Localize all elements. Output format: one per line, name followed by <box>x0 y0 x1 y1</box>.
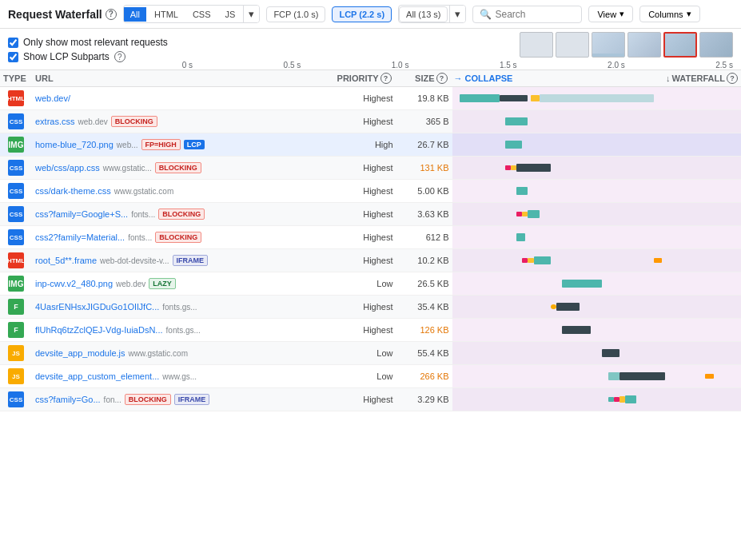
row-2-domain: web.dev <box>78 117 108 126</box>
table-header: TYPE URL PRIORITY ? SIZE ? → COLLAPSE ↓ … <box>0 70 741 87</box>
table-row: HTML web.dev/ Highest 19.8 KB <box>0 87 741 110</box>
row-4-domain: www.gstatic... <box>103 164 152 173</box>
row-7-url-main[interactable]: css2?family=Material... <box>35 232 125 242</box>
row-2-url-main[interactable]: extras.css <box>35 117 75 126</box>
filter-group: All HTML CSS JS ▾ <box>123 5 261 23</box>
row-5-url-main[interactable]: css/dark-theme.css <box>35 186 111 196</box>
thumb-6 <box>699 32 733 58</box>
row-3-url-main[interactable]: home-blue_720.png <box>35 140 114 149</box>
col-waterfall-header: → COLLAPSE ↓ WATERFALL ? <box>451 73 742 84</box>
row-1-waterfall <box>452 87 742 109</box>
fp-badge: FP=HIGH <box>141 139 181 150</box>
row-10-url: 4UasrENHsxJIGDuGo1OIlJfC... fonts.gs... <box>32 302 325 312</box>
search-input[interactable] <box>495 9 575 20</box>
title-help-icon[interactable]: ? <box>106 9 117 20</box>
row-10-domain: fonts.gs... <box>162 303 197 312</box>
row-2-size: 365 B <box>396 117 452 126</box>
row-4-url-main[interactable]: web/css/app.css <box>35 163 100 173</box>
filter-all[interactable]: All <box>124 7 146 22</box>
row-5-domain: www.gstatic.com <box>114 187 173 196</box>
lcp-help-icon[interactable]: ? <box>114 51 125 62</box>
row-12-url: devsite_app_module.js www.gstatic.com <box>32 348 325 358</box>
row-14-url-main[interactable]: css?family=Go... <box>35 395 101 404</box>
row-1-priority: Highest <box>325 93 396 103</box>
row-14-priority: Highest <box>325 395 396 404</box>
thumb-2 <box>556 32 589 58</box>
row-12-size: 55.4 KB <box>396 348 452 358</box>
row-6-domain: fonts... <box>131 210 155 219</box>
row-8-priority: Highest <box>325 256 396 265</box>
row-11-url-main[interactable]: flUhRq6tzZclQEJ-Vdg-IuiaDsN... <box>35 325 163 335</box>
css-icon: CSS <box>8 113 24 129</box>
blocking-badge: BLOCKING <box>111 116 157 127</box>
blocking-badge: BLOCKING <box>158 209 205 220</box>
js-icon: JS <box>8 345 24 361</box>
row-7-size: 612 B <box>396 232 452 242</box>
row-1-type: HTML <box>0 90 32 106</box>
font-icon: F <box>8 299 24 315</box>
row-10-type: F <box>0 299 32 315</box>
row-9-domain: web.dev <box>116 280 145 288</box>
table-row: JS devsite_app_custom_element... www.gs.… <box>0 365 741 388</box>
show-lcp-label: Show LCP Subparts <box>23 51 110 62</box>
all-metric-dropdown[interactable]: ▾ <box>449 6 465 22</box>
ruler-20s: 2.0 s <box>608 61 625 70</box>
waterfall-help-icon[interactable]: ? <box>727 73 738 84</box>
row-8-domain: web-dot-devsite-v... <box>100 256 169 265</box>
row-4-waterfall <box>452 157 742 179</box>
title-text: Request Waterfall <box>8 8 102 21</box>
table-row: JS devsite_app_module.js www.gstatic.com… <box>0 342 741 365</box>
ruler: 0 s 0.5 s 1.0 s 1.5 s 2.0 s 2.5 s <box>182 58 741 70</box>
row-12-url-main[interactable]: devsite_app_module.js <box>35 348 125 358</box>
all-metric-group: All (13 s) ▾ <box>398 5 466 23</box>
row-7-domain: fonts... <box>128 233 152 242</box>
lcp-metric-btn[interactable]: LCP (2.2 s) <box>332 6 392 22</box>
row-10-waterfall <box>452 296 742 318</box>
filter-html[interactable]: HTML <box>148 7 185 22</box>
fcp-metric-btn[interactable]: FCP (1.0 s) <box>266 6 325 22</box>
thumbnails-section: 0 s 0.5 s 1.0 s 1.5 s 2.0 s 2.5 s <box>176 32 741 70</box>
columns-button[interactable]: Columns ▾ <box>639 6 699 22</box>
row-11-waterfall <box>452 319 742 341</box>
row-8-url-main[interactable]: root_5d**.frame <box>35 256 97 265</box>
row-14-type: CSS <box>0 391 32 407</box>
filter-css[interactable]: CSS <box>186 7 217 22</box>
table-row: CSS css2?family=Material... fonts... BLO… <box>0 226 741 249</box>
view-button[interactable]: View ▾ <box>588 6 633 22</box>
filter-dropdown[interactable]: ▾ <box>243 6 259 22</box>
row-1-url-main[interactable]: web.dev/ <box>35 93 70 103</box>
row-9-url-main[interactable]: inp-cwv.v2_480.png <box>35 279 113 288</box>
filter-js[interactable]: JS <box>219 7 242 22</box>
font-icon: F <box>8 322 24 338</box>
ruler-15s: 1.5 s <box>500 61 517 70</box>
show-relevant-checkbox[interactable] <box>8 38 18 48</box>
row-1-url: web.dev/ <box>32 93 325 103</box>
row-3-size: 26.7 KB <box>396 140 452 149</box>
row-7-url: css2?family=Material... fonts... BLOCKIN… <box>32 232 325 243</box>
img-icon: IMG <box>8 137 24 153</box>
view-label: View <box>597 10 616 19</box>
row-6-url-main[interactable]: css?family=Google+S... <box>35 209 128 219</box>
row-13-url-main[interactable]: devsite_app_custom_element... <box>35 371 159 381</box>
show-lcp-checkbox[interactable] <box>8 52 18 62</box>
row-4-type: CSS <box>0 160 32 176</box>
columns-dropdown-icon: ▾ <box>687 9 691 19</box>
search-box: 🔍 <box>472 6 582 23</box>
size-help-icon[interactable]: ? <box>436 73 448 84</box>
row-2-priority: Highest <box>325 117 396 126</box>
priority-help-icon[interactable]: ? <box>380 73 392 84</box>
row-5-url: css/dark-theme.css www.gstatic.com <box>32 186 325 196</box>
table-row: CSS css?family=Google+S... fonts... BLOC… <box>0 203 741 226</box>
thumb-4 <box>627 32 661 58</box>
row-10-url-main[interactable]: 4UasrENHsxJIGDuGo1OIlJfC... <box>35 302 159 312</box>
row-11-domain: fonts.gs... <box>166 326 201 335</box>
img-icon: IMG <box>8 276 24 292</box>
show-relevant-option: Only show most relevant requests <box>8 37 168 48</box>
lcp-badge: LCP <box>184 140 205 149</box>
collapse-btn[interactable]: → COLLAPSE <box>454 73 513 83</box>
row-12-waterfall <box>452 342 742 364</box>
table-row: F 4UasrENHsxJIGDuGo1OIlJfC... fonts.gs..… <box>0 296 741 319</box>
all-metric-btn[interactable]: All (13 s) <box>399 6 448 22</box>
ruler-25s: 2.5 s <box>715 61 733 70</box>
row-2-waterfall <box>452 110 742 133</box>
